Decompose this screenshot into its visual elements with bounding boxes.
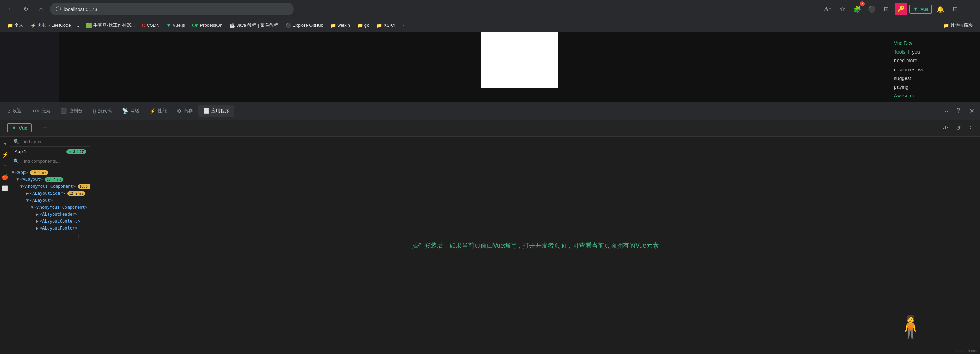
devtools-panel: ⌂ 欢迎 </> 元素 ⬛ 控制台 {} 源代码 📡 网络 ⚡ 性能 (0, 102, 980, 354)
vue-label: Vue (921, 6, 929, 12)
resize-dots: ⋮ (76, 235, 81, 240)
toggle-header: ▶ (35, 212, 40, 217)
sidebar-button[interactable]: ⊡ (949, 3, 961, 15)
home-button[interactable]: ⌂ (35, 3, 47, 15)
folder-go-icon: 📁 (357, 22, 363, 28)
network-icon: 📡 (122, 108, 128, 114)
events-icon: 🍎 (2, 174, 9, 181)
tab-performance-label: 性能 (158, 108, 167, 114)
tab-sources[interactable]: {} 源代码 (88, 105, 116, 117)
devtools-actions: ⋯ ? ✕ (940, 105, 977, 116)
toggle-alayout2: ▼ (25, 198, 30, 203)
tab-welcome[interactable]: ⌂ 欢迎 (3, 105, 27, 117)
folder-weixin-icon: 📁 (330, 22, 336, 28)
password-button[interactable]: 🔑 (895, 3, 907, 15)
comp-name-footer: <ALayoutFooter> (40, 226, 77, 230)
qr-button[interactable]: ⊞ (880, 3, 892, 15)
ext-badge: 7 (860, 2, 865, 6)
devtools-help-button[interactable]: ? (953, 105, 964, 116)
comp-name-alayout: <ALayout> (20, 177, 43, 182)
niuke-icon: 🟩 (86, 22, 92, 28)
bookmark-personal[interactable]: 📁 个人 (4, 21, 26, 30)
vue-tab-logo: ▼ (11, 125, 17, 131)
comp-name-alayout2: <ALayout> (30, 198, 52, 203)
more-button[interactable]: ≡ (963, 3, 976, 15)
bookmark-label: ProcessOn (200, 22, 223, 28)
tab-performance[interactable]: ⚡ 性能 (145, 105, 172, 117)
reader-button[interactable]: 𝐀↑ (822, 3, 834, 15)
more-options-button[interactable]: ⋮ (966, 123, 976, 133)
tab-memory[interactable]: ⚙ 内存 (172, 105, 198, 117)
search-icon: 🔍 (13, 139, 19, 144)
tab-welcome-label: 欢迎 (13, 108, 22, 114)
bookmark-label: weixin (337, 22, 350, 28)
address-bar[interactable]: ⓘ localhost:5173 (50, 3, 294, 15)
main-description-text: 插件安装后，如果当前页面由Vue编写，打开开发者页面，可查看当前页面拥有的Vue… (412, 241, 659, 250)
folder-other-icon: 📁 (943, 22, 949, 28)
sidebar-icon-state[interactable]: ≡ (1, 162, 10, 170)
bookmark-label: 力扣（LeetCode）... (38, 22, 79, 29)
vue-dev-tools-text: Vue Dev Tools If you need more resources… (894, 39, 924, 100)
perf-icon: ⚡ (150, 108, 156, 114)
vue-icon: ▼ (166, 22, 171, 28)
website-preview: Vue Dev Tools If you need more resources… (0, 32, 980, 102)
comp-name-content: <ALayoutContent> (40, 219, 80, 224)
tab-console[interactable]: ⬛ 控制台 (56, 105, 88, 117)
address-info-icon: ⓘ (56, 6, 61, 13)
sidebar-icon-settings[interactable]: ⬜ (1, 184, 10, 192)
bookmark-xsky[interactable]: 📁 XSKY (374, 21, 398, 30)
tab-network[interactable]: 📡 网络 (117, 105, 144, 117)
browser-actions: 𝐀↑ ☆ 🧩 7 ⚫ ⊞ 🔑 ▼ Vue 🔔 ⊡ ≡ (822, 3, 976, 15)
resize-handle[interactable]: ⋮ (77, 137, 80, 354)
bookmark-label: Explore GitHub (293, 22, 323, 28)
comp-icon: ⚡ (2, 152, 8, 157)
bookmark-processon[interactable]: On ProcessOn (189, 21, 225, 30)
bookmark-label: 个人 (14, 22, 23, 29)
console-icon: ⬛ (61, 108, 67, 114)
bookmark-label: XSKY (383, 22, 396, 28)
vue-logo-icon: ▼ (913, 6, 918, 12)
bookmark-go[interactable]: 📁 go (354, 21, 372, 30)
tab-elements[interactable]: </> 元素 (27, 105, 55, 117)
profile-button[interactable]: ⚫ (865, 3, 878, 15)
toggle-alayout: ▼ (15, 177, 20, 182)
sidebar-icon-components[interactable]: ⚡ (1, 151, 10, 159)
bookmark-button[interactable]: ☆ (836, 3, 849, 15)
settings-icon: ⬜ (2, 185, 8, 191)
comp-name-header: <ALayoutHeader> (40, 212, 77, 217)
back-button[interactable]: ← (4, 3, 17, 15)
bookmarks-bar: 📁 个人 ⚡ 力扣（LeetCode）... 🟩 牛客网-找工作神器... C … (0, 18, 980, 32)
devtools-close-button[interactable]: ✕ (966, 105, 977, 116)
vue-tab-add-button[interactable]: + (39, 120, 51, 136)
refresh-button[interactable]: ↺ (953, 123, 963, 133)
eye-button[interactable]: 👁 (940, 123, 951, 133)
vue-tab-box: ▼ Vue (7, 124, 32, 132)
toggle-app: ▼ (10, 170, 15, 175)
bookmark-csdn[interactable]: C CSDN (139, 21, 162, 30)
welcome-icon: ⌂ (8, 108, 10, 114)
sidebar-icon-events[interactable]: 🍎 (1, 173, 10, 181)
bookmark-label: go (364, 22, 369, 28)
notifications-button[interactable]: 🔔 (934, 3, 947, 15)
processon-icon: On (192, 22, 199, 28)
vue-tab-main[interactable]: ▼ Vue (0, 120, 39, 136)
bookmark-github[interactable]: ⚫ Explore GitHub (283, 21, 326, 30)
bookmark-vuejs[interactable]: ▼ Vue.js (164, 21, 188, 30)
devtools-more-button[interactable]: ⋯ (940, 105, 951, 116)
refresh-button[interactable]: ↻ (19, 3, 32, 15)
sidebar-icon-vue[interactable]: ▼ (1, 140, 10, 148)
badge-alayout: 18.7 ms (45, 177, 63, 182)
bookmark-leetcode[interactable]: ⚡ 力扣（LeetCode）... (27, 21, 82, 30)
bookmark-java[interactable]: ☕ Java 教程 | 菜鸟教程 (227, 21, 281, 30)
bookmark-label: Vue.js (173, 22, 185, 28)
tab-sources-label: 源代码 (98, 108, 112, 114)
bookmark-more-arrow[interactable]: › (400, 21, 407, 29)
github-icon: ⚫ (285, 22, 291, 28)
bookmark-niuke[interactable]: 🟩 牛客网-找工作神器... (83, 21, 137, 30)
devtools-tabs: ⌂ 欢迎 </> 元素 ⬛ 控制台 {} 源代码 📡 网络 ⚡ 性能 (0, 102, 980, 120)
app-entry-label: App 1 (14, 149, 64, 154)
tab-application[interactable]: ⬜ 应用程序 (198, 105, 234, 117)
bookmark-other[interactable]: 📁 其他收藏夹 (940, 21, 976, 30)
bookmark-weixin[interactable]: 📁 weixin (328, 21, 353, 30)
vue-ext-button[interactable]: ▼ Vue (909, 5, 932, 14)
